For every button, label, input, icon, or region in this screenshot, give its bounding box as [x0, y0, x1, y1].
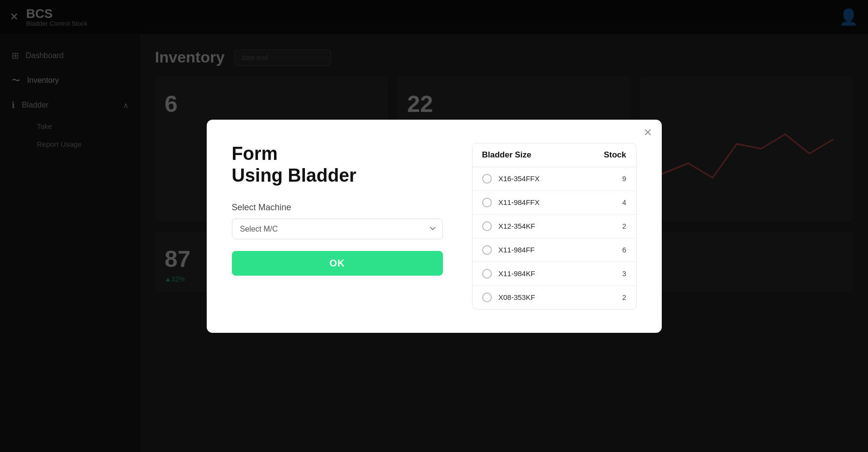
- radio-button-2[interactable]: [482, 221, 492, 231]
- radio-button-4[interactable]: [482, 269, 492, 279]
- bladder-name-2: X12-354KF: [499, 222, 605, 230]
- bladder-name-0: X16-354FFX: [499, 174, 605, 183]
- modal-title: Form Using Bladder: [232, 143, 443, 187]
- bladder-name-1: X11-984FFX: [499, 198, 605, 206]
- ok-button[interactable]: OK: [232, 251, 443, 276]
- col-bladder-size: Bladder Size: [482, 150, 532, 160]
- table-row[interactable]: X11-984KF 3: [472, 262, 636, 286]
- machine-select[interactable]: Select M/C: [232, 218, 443, 239]
- bladder-stock-4: 3: [612, 269, 626, 278]
- table-row[interactable]: X11-984FF 6: [472, 238, 636, 262]
- bladder-rows: X16-354FFX 9 X11-984FFX 4 X12-354KF 2 X1…: [472, 167, 636, 309]
- col-stock: Stock: [604, 150, 626, 160]
- bladder-size-table: Bladder Size Stock X16-354FFX 9 X11-984F…: [472, 143, 637, 310]
- radio-button-3[interactable]: [482, 245, 492, 255]
- modal-right-panel: Bladder Size Stock X16-354FFX 9 X11-984F…: [472, 143, 637, 310]
- bladder-stock-3: 6: [612, 246, 626, 254]
- bladder-stock-5: 2: [612, 293, 626, 301]
- modal-title-line1: Form: [232, 143, 278, 164]
- select-machine-label: Select Machine: [232, 203, 443, 213]
- modal-left-panel: Form Using Bladder Select Machine Select…: [232, 143, 443, 276]
- table-row[interactable]: X16-354FFX 9: [472, 167, 636, 191]
- table-row[interactable]: X12-354KF 2: [472, 215, 636, 238]
- bladder-name-3: X11-984FF: [499, 246, 605, 254]
- table-row[interactable]: X08-353KF 2: [472, 286, 636, 309]
- bladder-table-header: Bladder Size Stock: [472, 143, 636, 167]
- bladder-stock-1: 4: [612, 198, 626, 206]
- modal-title-line2: Using Bladder: [232, 165, 357, 186]
- bladder-stock-0: 9: [612, 174, 626, 183]
- modal-overlay: ✕ Form Using Bladder Select Machine Sele…: [0, 0, 868, 452]
- bladder-name-5: X08-353KF: [499, 293, 605, 301]
- bladder-stock-2: 2: [612, 222, 626, 230]
- table-row[interactable]: X11-984FFX 4: [472, 191, 636, 215]
- modal-close-button[interactable]: ✕: [643, 127, 652, 138]
- bladder-name-4: X11-984KF: [499, 269, 605, 278]
- modal-dialog: ✕ Form Using Bladder Select Machine Sele…: [207, 120, 662, 333]
- radio-button-0[interactable]: [482, 174, 492, 184]
- radio-button-1[interactable]: [482, 198, 492, 207]
- radio-button-5[interactable]: [482, 293, 492, 302]
